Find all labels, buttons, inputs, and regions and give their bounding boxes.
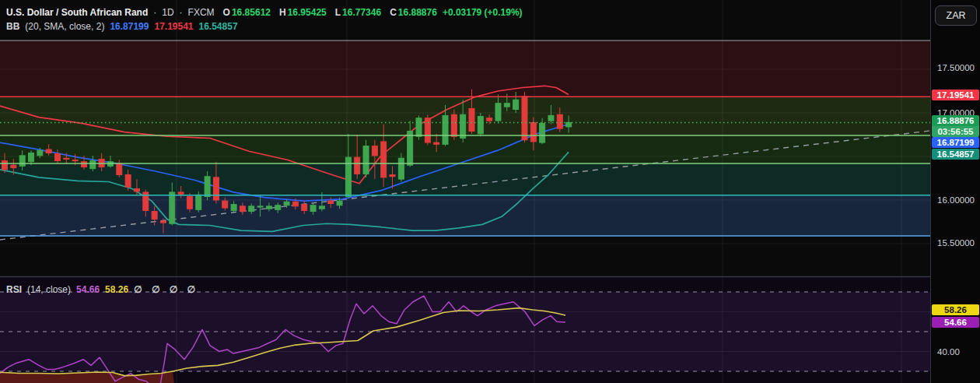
bb-params: (20, SMA, close, 2) [25,21,104,32]
ohlc-open: O 16.85612 [223,7,271,18]
ohlc-low: L 16.77346 [335,7,381,18]
price-tick-16-0: 16.00000 [937,195,975,206]
trading-chart-window: U.S. Dollar / South African Rand · 1D · … [0,0,980,383]
price-tick-15-5: 15.50000 [937,237,975,248]
bb-basis-badge: 16.87199 [932,137,979,148]
bb-upper-value: 17.19541 [154,21,193,32]
low-letter: L [335,7,341,18]
currency-button[interactable]: ZAR [935,5,977,26]
high-letter: H [279,7,286,18]
bb-name[interactable]: BB [6,21,19,32]
open-letter: O [223,7,230,18]
rsi-value: 54.66 [76,284,100,295]
close-letter: C [390,7,397,18]
separator-dot: · [153,7,156,18]
symbol-legend-row[interactable]: U.S. Dollar / South African Rand · 1D · … [6,7,523,18]
rsi-params: (14, close) [27,284,71,295]
rsi-indicator-legend-row[interactable]: RSI (14, close) 54.66 58.26 ∅ ∅ ∅ ∅ [6,284,195,295]
last-price-badge: 16.88876 [932,115,979,126]
exchange-label: FXCM [188,7,215,18]
close-value: 16.88876 [398,7,437,18]
price-axis[interactable]: ZAR 17.50000 17.00000 16.00000 15.50000 … [930,0,980,383]
low-value: 16.77346 [342,7,381,18]
price-and-rsi-plot[interactable] [0,0,980,383]
bb-indicator-legend-row[interactable]: BB (20, SMA, close, 2) 16.87199 17.19541… [6,21,238,32]
open-value: 16.85612 [232,7,271,18]
bb-lower-value: 16.54857 [199,21,238,32]
bb-lower-badge: 16.54857 [932,149,979,160]
rsi-badge: 54.66 [932,317,979,328]
bb-basis-value: 16.87199 [110,21,149,32]
separator-dot: · [180,7,183,18]
ohlc-close: C 16.88876 [390,7,437,18]
symbol-title[interactable]: U.S. Dollar / South African Rand [6,7,148,18]
bb-upper-badge: 17.19541 [932,90,979,100]
timeframe-label[interactable]: 1D [162,7,173,18]
rsi-tick-40: 40.00 [937,346,960,357]
rsi-hidden-band-values: ∅ ∅ ∅ ∅ [134,284,195,295]
change-value: +0.03179 (+0.19%) [443,7,523,18]
ohlc-high: H 16.95425 [279,7,327,18]
countdown-badge: 03:56:55 [932,126,979,137]
price-tick-17-5: 17.50000 [937,62,975,73]
rsi-ma-value: 58.26 [105,284,128,295]
high-value: 16.95425 [288,7,327,18]
rsi-name[interactable]: RSI [6,284,22,295]
rsi-ma-badge: 58.26 [932,304,979,315]
